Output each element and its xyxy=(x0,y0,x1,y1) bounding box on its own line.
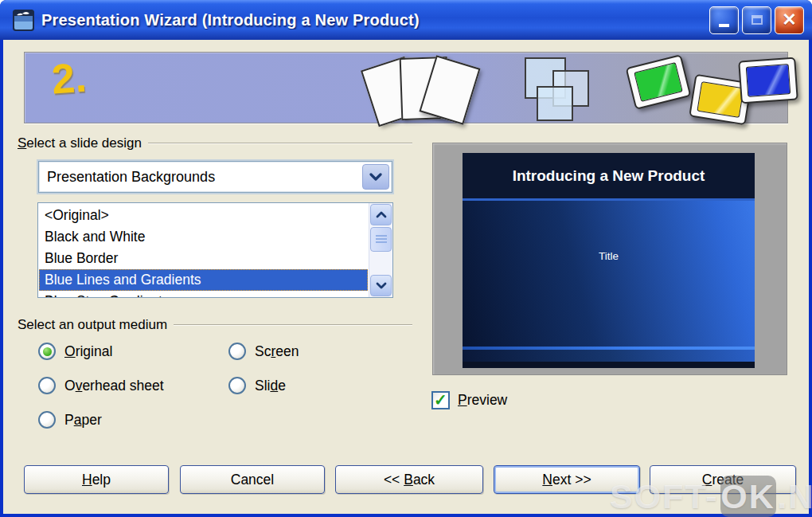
scroll-up-icon xyxy=(376,211,387,218)
cancel-button[interactable]: Cancel xyxy=(180,465,325,494)
radio-label: Screen xyxy=(255,343,299,360)
slide-preview-pane: Introducing a New Product Title xyxy=(432,143,787,375)
output-section-header: Select an output medium xyxy=(18,317,412,333)
radio-label: Slide xyxy=(255,378,286,394)
radio-circle[interactable] xyxy=(228,343,246,360)
combobox-dropdown-button[interactable] xyxy=(362,164,389,190)
chevron-down-icon xyxy=(369,173,382,181)
maximize-button[interactable] xyxy=(742,6,771,34)
radio-slide[interactable]: Slide xyxy=(228,377,286,394)
wizard-step-banner: 2. xyxy=(24,52,788,123)
back-button[interactable]: << Back xyxy=(335,465,483,494)
slide-design-listbox[interactable]: <Original> Black and White Blue Border B… xyxy=(37,202,393,298)
window-title: Presentation Wizard (Introducing a New P… xyxy=(41,11,709,29)
maximize-icon xyxy=(751,15,763,25)
header-rule xyxy=(148,143,412,144)
scrollbar-thumb[interactable] xyxy=(370,227,392,252)
thumb-grip xyxy=(376,235,387,244)
slide-footer-band xyxy=(463,350,755,362)
list-item[interactable]: Blue Step Gradients xyxy=(39,291,368,298)
minimize-button[interactable] xyxy=(709,6,739,34)
checkmark-icon: ✓ xyxy=(434,392,447,408)
combobox-value: Presentation Backgrounds xyxy=(47,162,215,192)
design-section-header: Select a slide design xyxy=(18,135,412,151)
preview-checkbox-row[interactable]: ✓ Preview xyxy=(431,391,507,409)
radio-circle[interactable] xyxy=(38,377,56,394)
preview-checkbox-label: Preview xyxy=(458,392,507,409)
preview-checkbox[interactable]: ✓ xyxy=(431,391,450,409)
help-button[interactable]: Help xyxy=(24,465,169,494)
dialog-body: 2. xyxy=(3,40,809,514)
slide-preview-title: Introducing a New Product xyxy=(463,153,755,198)
radio-label: Overhead sheet xyxy=(64,378,164,394)
impress-app-icon xyxy=(13,10,34,31)
slide-body: Title xyxy=(463,201,755,347)
radio-circle[interactable] xyxy=(38,343,56,360)
scroll-down-icon xyxy=(376,282,387,289)
radio-screen[interactable]: Screen xyxy=(228,343,299,360)
design-category-combobox[interactable]: Presentation Backgrounds xyxy=(38,161,392,193)
radio-circle[interactable] xyxy=(228,377,246,394)
next-button[interactable]: Next >> xyxy=(494,465,640,494)
slide-title-placeholder: Title xyxy=(463,250,755,262)
create-button[interactable]: Create xyxy=(650,465,796,494)
slide-preview: Introducing a New Product Title xyxy=(463,153,755,368)
radio-paper[interactable]: Paper xyxy=(38,411,102,429)
radio-label: Original xyxy=(64,343,112,360)
presentation-wizard-window: Presentation Wizard (Introducing a New P… xyxy=(0,0,812,517)
radio-label: Paper xyxy=(64,412,102,429)
header-rule xyxy=(174,324,412,326)
step-number: 2. xyxy=(50,53,88,104)
list-item-selected[interactable]: Blue Lines and Gradients xyxy=(39,269,368,291)
radio-original[interactable]: Original xyxy=(38,343,112,360)
output-section-label: Select an output medium xyxy=(18,317,167,333)
list-item[interactable]: Black and White xyxy=(39,226,368,248)
listbox-scrollbar[interactable] xyxy=(369,203,392,297)
minimize-icon xyxy=(719,24,729,27)
close-button[interactable]: ✕ xyxy=(775,6,804,34)
title-bar[interactable]: Presentation Wizard (Introducing a New P… xyxy=(0,0,812,40)
close-icon: ✕ xyxy=(782,11,796,29)
radio-selected-dot xyxy=(43,347,52,356)
radio-circle[interactable] xyxy=(38,411,56,429)
scroll-up-button[interactable] xyxy=(370,204,392,225)
radio-overhead-sheet[interactable]: Overhead sheet xyxy=(38,377,164,394)
list-item[interactable]: Blue Border xyxy=(39,248,368,269)
list-item[interactable]: <Original> xyxy=(39,205,368,226)
scroll-down-button[interactable] xyxy=(370,275,392,296)
design-section-label: Select a slide design xyxy=(18,135,142,151)
slide-footer-strip xyxy=(463,362,755,368)
